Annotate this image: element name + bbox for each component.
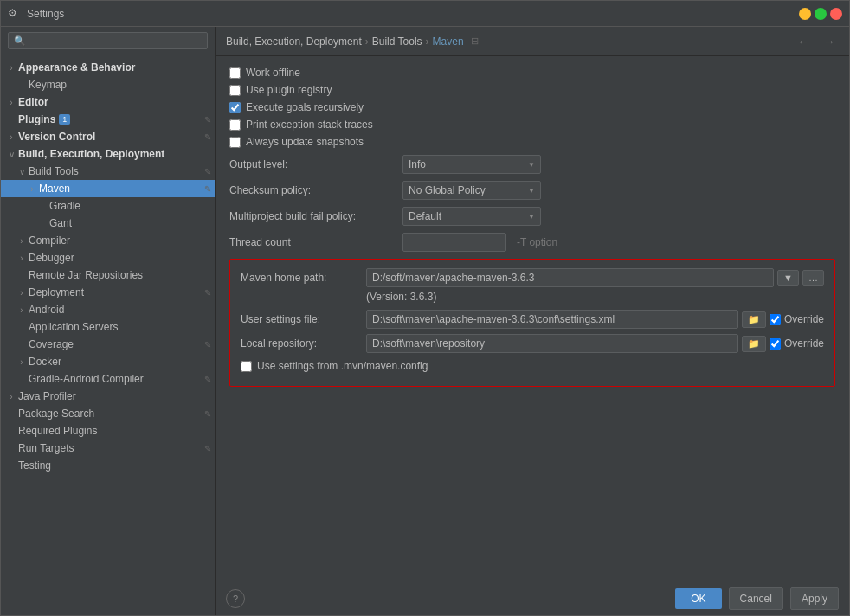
user-settings-override: Override [770,313,824,325]
search-input[interactable] [8,32,208,49]
sidebar-item-keymap[interactable]: Keymap [1,76,215,93]
maximize-button[interactable] [815,8,827,20]
sidebar-item-deployment[interactable]: › Deployment ✎ [1,284,215,301]
sidebar-item-remote-jar[interactable]: Remote Jar Repositories [1,266,215,284]
sidebar-item-required-plugins[interactable]: Required Plugins [1,422,215,440]
print-exception-checkbox[interactable] [229,119,241,131]
local-repo-override: Override [770,337,824,350]
sidebar-item-appearance[interactable]: › Appearance & Behavior [1,59,215,76]
thread-count-control: -T option [402,233,835,252]
collapse-icon: › [4,392,18,401]
sidebar-item-label: Remote Jar Repositories [29,269,143,281]
sidebar-item-label: Appearance & Behavior [18,61,135,74]
sidebar-item-label: Deployment [29,286,84,298]
maven-home-row: Maven home path: ▼ … [241,268,824,287]
sidebar-item-android[interactable]: › Android [1,301,215,318]
user-settings-input[interactable] [366,310,738,329]
user-settings-override-checkbox[interactable] [770,314,781,325]
always-update-checkbox[interactable] [229,137,241,148]
sidebar-item-plugins[interactable]: Plugins 1 ✎ [1,111,215,128]
multiproject-policy-select[interactable]: Default ▼ [402,207,541,226]
sidebar-item-compiler[interactable]: › Compiler [1,232,215,249]
always-update-label: Always update snapshots [246,136,364,148]
window-controls [799,8,842,20]
sidebar-item-gradle-android[interactable]: Gradle-Android Compiler ✎ [1,370,215,388]
execute-goals-row: Execute goals recursively [229,101,835,113]
sidebar-search-container [1,27,215,55]
edit-icon: ✎ [204,375,211,384]
execute-goals-checkbox[interactable] [229,102,241,113]
breadcrumb: Build, Execution, Deployment › Build Too… [216,27,849,56]
thread-count-input[interactable] [402,233,506,252]
local-repo-override-checkbox[interactable] [770,338,781,350]
sidebar-item-java-profiler[interactable]: › Java Profiler [1,388,215,405]
local-repo-browse-btn[interactable]: 📁 [742,336,766,352]
output-level-control: Info ▼ [402,155,835,174]
use-plugin-registry-checkbox[interactable] [229,85,241,96]
sidebar-item-label: Gradle-Android Compiler [29,373,144,385]
work-offline-checkbox[interactable] [229,67,241,79]
sidebar-item-debugger[interactable]: › Debugger [1,249,215,266]
sidebar-item-maven[interactable]: › Maven ✎ [1,180,215,197]
edit-icon: ✎ [204,184,211,194]
always-update-row: Always update snapshots [229,136,835,148]
output-level-select[interactable]: Info ▼ [402,155,541,174]
minimize-button[interactable] [799,8,811,20]
sidebar-item-version-control[interactable]: › Version Control ✎ [1,128,215,145]
breadcrumb-part2: Build Tools [372,35,422,48]
thread-count-label: Thread count [229,236,402,248]
sidebar-item-gradle[interactable]: Gradle [1,197,215,215]
local-repo-input[interactable] [366,334,738,353]
sidebar-item-label: Coverage [29,338,74,350]
cancel-button[interactable]: Cancel [729,587,783,610]
user-settings-browse-btn[interactable]: 📁 [742,311,766,328]
local-repo-row: Local repository: 📁 Override [241,334,824,353]
local-repo-override-label: Override [784,337,824,350]
breadcrumb-part3: Maven [433,35,464,48]
ok-button[interactable]: OK [675,588,721,609]
collapse-icon: › [15,236,29,246]
sidebar-item-docker[interactable]: › Docker [1,353,215,370]
help-button[interactable]: ? [226,589,245,608]
forward-button[interactable]: → [820,33,839,50]
window-title: Settings [27,8,799,20]
collapse-icon: ∨ [4,150,18,159]
breadcrumb-sep2: › [426,35,429,48]
checksum-policy-value: No Global Policy [409,184,486,196]
work-offline-row: Work offline [229,67,835,79]
use-mvn-settings-checkbox[interactable] [241,361,252,372]
sidebar-item-build-exec-deploy[interactable]: ∨ Build, Execution, Deployment [1,145,215,163]
maven-home-input[interactable] [366,268,774,287]
edit-icon: ✎ [204,167,211,176]
maven-home-label: Maven home path: [241,272,366,284]
edit-icon: ✎ [204,288,211,298]
close-button[interactable] [830,8,842,20]
plugins-badge: 1 [59,114,70,125]
collapse-icon: › [4,63,18,73]
collapse-icon: › [15,305,29,315]
back-button[interactable]: ← [794,33,813,50]
maven-home-dropdown-btn[interactable]: ▼ [777,270,799,286]
sidebar-item-coverage[interactable]: Coverage ✎ [1,336,215,353]
sidebar-item-gant[interactable]: Gant [1,215,215,232]
sidebar-item-testing[interactable]: Testing [1,457,215,474]
sidebar-item-label: Run Targets [18,442,74,454]
multiproject-policy-label: Multiproject build fail policy: [229,210,402,222]
sidebar-item-editor[interactable]: › Editor [1,93,215,111]
sidebar-item-run-targets[interactable]: Run Targets ✎ [1,440,215,457]
sidebar-tree: › Appearance & Behavior Keymap › Editor … [1,55,215,615]
collapse-icon: › [4,98,18,107]
sidebar-item-label: Editor [18,96,48,108]
apply-button[interactable]: Apply [790,587,839,610]
sidebar-item-package-search[interactable]: Package Search ✎ [1,405,215,422]
dropdown-icon: ▼ [528,187,535,195]
sidebar-item-build-tools[interactable]: ∨ Build Tools ✎ [1,163,215,180]
use-plugin-registry-label: Use plugin registry [246,84,332,96]
collapse-icon: › [15,288,29,298]
sidebar-item-label: Keymap [29,79,67,91]
user-settings-row: User settings file: 📁 Override [241,310,824,329]
sidebar-item-app-servers[interactable]: Application Servers [1,318,215,336]
maven-home-browse-btn[interactable]: … [802,270,824,286]
checksum-policy-select[interactable]: No Global Policy ▼ [402,181,541,200]
sidebar-item-label: Docker [29,356,61,368]
